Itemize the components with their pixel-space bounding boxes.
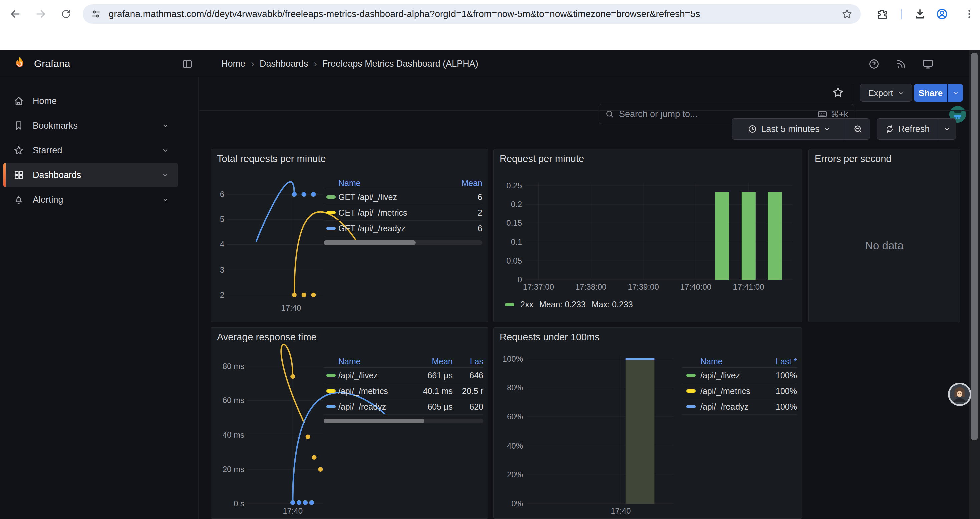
- screen-share-icon[interactable]: [922, 58, 934, 70]
- chevron-down-icon: [952, 89, 959, 96]
- breadcrumb-dashboards[interactable]: Dashboards: [259, 59, 308, 69]
- no-data-message: No data: [808, 240, 960, 252]
- news-rss-icon[interactable]: [895, 58, 907, 70]
- series-name[interactable]: /api/_/livez: [338, 371, 402, 380]
- assistant-avatar-widget[interactable]: [948, 383, 971, 406]
- export-button[interactable]: Export: [860, 84, 912, 102]
- series-max: Max: 0.233: [592, 300, 633, 309]
- series-name[interactable]: GET /api/_/livez: [338, 192, 454, 202]
- series-name[interactable]: 2xx: [520, 300, 533, 309]
- legend-col-mean[interactable]: Mean: [402, 357, 453, 366]
- grafana-logo[interactable]: [12, 56, 27, 73]
- sidebar-item-dashboards[interactable]: Dashboards: [3, 163, 178, 187]
- chevron-down-icon[interactable]: [161, 146, 169, 154]
- extensions-icon[interactable]: [875, 7, 889, 21]
- series-mean: 661 µs: [402, 371, 453, 380]
- sidebar-item-starred[interactable]: Starred: [3, 138, 178, 162]
- profile-icon[interactable]: [935, 7, 949, 21]
- chevron-down-icon[interactable]: [161, 121, 169, 129]
- legend-scrollbar-thumb[interactable]: [323, 241, 415, 245]
- breadcrumb-home[interactable]: Home: [221, 59, 245, 69]
- legend-row[interactable]: /api/_/livez 661 µs 646: [323, 368, 483, 383]
- series-swatch: [686, 390, 696, 393]
- bell-icon: [13, 194, 24, 205]
- svg-text:0.05: 0.05: [506, 256, 522, 265]
- legend-row[interactable]: GET /api/_/metrics 2: [323, 205, 482, 221]
- refresh-interval-button[interactable]: [938, 118, 956, 139]
- panel-title[interactable]: Average response time: [217, 332, 317, 343]
- series-name[interactable]: GET /api/_/readyz: [338, 224, 454, 233]
- legend-row[interactable]: GET /api/_/readyz 6: [323, 221, 482, 236]
- url-bar[interactable]: grafana.mathmast.com/d/deytv4rwavabkb/fr…: [83, 4, 861, 24]
- sidebar-item-bookmarks[interactable]: Bookmarks: [3, 113, 178, 137]
- legend-inline[interactable]: 2xx Mean: 0.233 Max: 0.233: [505, 300, 633, 309]
- refresh-button[interactable]: Refresh: [877, 118, 938, 139]
- dock-menu-icon[interactable]: [181, 58, 194, 70]
- svg-text:0.15: 0.15: [506, 219, 522, 227]
- series-name[interactable]: /api/_/readyz: [338, 402, 402, 412]
- legend-col-last[interactable]: Last *: [764, 357, 797, 366]
- svg-text:20%: 20%: [507, 470, 523, 479]
- downloads-icon[interactable]: [913, 7, 927, 21]
- legend-row[interactable]: /api/_/readyz 605 µs 620: [323, 399, 483, 415]
- help-icon[interactable]: [868, 58, 880, 70]
- brand-name[interactable]: Grafana: [34, 50, 70, 77]
- svg-text:5: 5: [220, 215, 224, 224]
- legend-row[interactable]: GET /api/_/livez 6: [323, 189, 482, 205]
- panel-title[interactable]: Requests under 100ms: [500, 332, 600, 343]
- refresh-controls: Refresh: [877, 118, 956, 140]
- zoom-out-button[interactable]: [846, 118, 870, 139]
- svg-text:17:40: 17:40: [281, 303, 301, 312]
- legend-col-name[interactable]: Name: [700, 357, 764, 366]
- series-name[interactable]: /api/_/livez: [700, 371, 764, 380]
- legend-scrollbar[interactable]: [323, 241, 482, 245]
- legend-col-name[interactable]: Name: [338, 357, 402, 366]
- back-icon[interactable]: [8, 7, 23, 21]
- legend-row[interactable]: /api/_/metrics 40.1 ms 20.5 r: [323, 383, 483, 399]
- svg-text:0: 0: [518, 275, 522, 284]
- forward-icon[interactable]: [33, 7, 48, 21]
- series-last: 100%: [764, 371, 797, 380]
- series-last: 20.5 r: [453, 386, 483, 396]
- panel-title[interactable]: Request per minute: [500, 153, 584, 164]
- bookmark-star-icon[interactable]: [841, 8, 853, 20]
- series-name[interactable]: /api/_/metrics: [700, 386, 764, 396]
- screen: grafana.mathmast.com/d/deytv4rwavabkb/fr…: [0, 0, 980, 519]
- legend-col-last[interactable]: Las: [453, 357, 483, 366]
- legend-table: Name Last * /api/_/livez 100% /api/_/met…: [682, 356, 797, 415]
- legend-col-mean[interactable]: Mean: [454, 178, 482, 188]
- sidebar-item-label: Home: [33, 96, 178, 106]
- share-menu-button[interactable]: [948, 84, 963, 102]
- menu-kebab-icon[interactable]: [962, 7, 977, 21]
- chevron-down-icon: [943, 126, 950, 132]
- series-name[interactable]: /api/_/metrics: [338, 386, 402, 396]
- series-name[interactable]: /api/_/readyz: [700, 402, 764, 412]
- legend-scrollbar-thumb[interactable]: [323, 419, 424, 423]
- svg-text:6: 6: [220, 190, 224, 199]
- sidebar-item-alerting[interactable]: Alerting: [3, 188, 178, 212]
- legend-col-name[interactable]: Name: [338, 178, 454, 188]
- url-text[interactable]: grafana.mathmast.com/d/deytv4rwavabkb/fr…: [109, 9, 841, 19]
- toolbar-separator: [199, 110, 969, 110]
- share-button[interactable]: Share: [914, 84, 947, 102]
- breadcrumb-sep: ›: [313, 58, 317, 69]
- sidebar-item-home[interactable]: Home: [3, 89, 178, 113]
- zoom-out-icon: [853, 124, 863, 134]
- legend-row[interactable]: /api/_/readyz 100%: [682, 399, 797, 415]
- legend-row[interactable]: /api/_/livez 100%: [682, 368, 797, 383]
- legend-scrollbar[interactable]: [323, 419, 483, 423]
- panel-title[interactable]: Errors per second: [815, 153, 892, 164]
- panel-title[interactable]: Total requests per minute: [217, 153, 326, 164]
- series-name[interactable]: GET /api/_/metrics: [338, 208, 454, 218]
- sidebar-item-label: Alerting: [33, 195, 161, 205]
- sidebar: Home Bookmarks Starred Dashboards Alerti…: [0, 77, 199, 519]
- page-scrollbar-thumb[interactable]: [970, 53, 978, 440]
- series-mean: 605 µs: [402, 402, 453, 412]
- reload-icon[interactable]: [59, 7, 73, 21]
- chevron-down-icon[interactable]: [161, 171, 169, 179]
- chevron-down-icon[interactable]: [161, 196, 169, 204]
- legend-row[interactable]: /api/_/metrics 100%: [682, 383, 797, 399]
- favorite-star-icon[interactable]: [831, 86, 845, 99]
- site-settings-icon[interactable]: [91, 9, 102, 19]
- time-range-picker[interactable]: Last 5 minutes: [732, 118, 846, 139]
